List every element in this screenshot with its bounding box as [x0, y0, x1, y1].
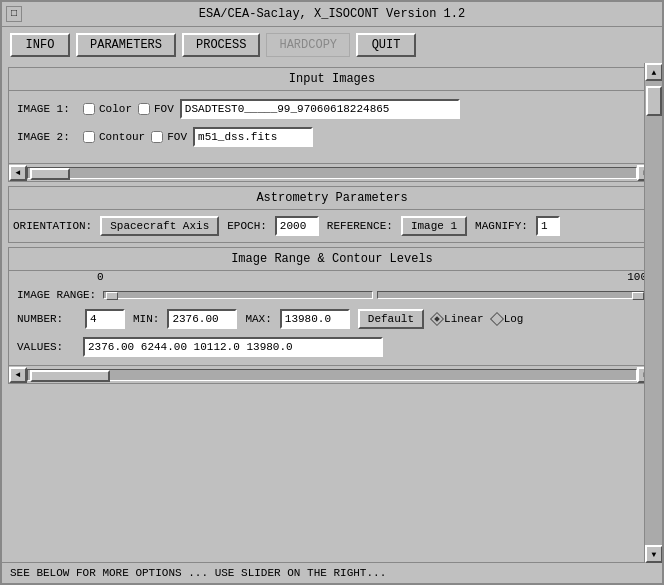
image1-fov-checkbox[interactable]	[138, 103, 150, 115]
image2-fov-checkbox[interactable]	[151, 131, 163, 143]
log-diamond-icon	[490, 312, 504, 326]
number-input[interactable]	[85, 309, 125, 329]
main-window: □ ESA/CEA-Saclay, X_ISOCONT Version 1.2 …	[0, 0, 664, 585]
magnify-input[interactable]	[536, 216, 560, 236]
values-input[interactable]	[83, 337, 383, 357]
image2-contour-group: Contour	[83, 131, 145, 143]
info-button[interactable]: INFO	[10, 33, 70, 57]
toolbar: INFO PARAMETERS PROCESS HARDCOPY QUIT	[2, 27, 662, 63]
range-slider-right[interactable]	[377, 291, 647, 299]
status-bar: SEE BELOW FOR MORE OPTIONS ... USE SLIDE…	[2, 562, 662, 583]
log-radio-group: Log	[492, 313, 524, 325]
input-images-section: Input Images IMAGE 1: Color FOV	[8, 67, 656, 182]
hscroll-thumb[interactable]	[30, 168, 70, 180]
astrometry-row: ORIENTATION: Spacecraft Axis EPOCH: REFE…	[9, 210, 655, 242]
image1-fov-label: FOV	[154, 103, 174, 115]
astrometry-title: Astrometry Parameters	[9, 187, 655, 210]
image2-contour-label: Contour	[99, 131, 145, 143]
image2-fov-group: FOV	[151, 131, 187, 143]
epoch-input[interactable]	[275, 216, 319, 236]
image2-fov-label: FOV	[167, 131, 187, 143]
image1-color-label: Color	[99, 103, 132, 115]
image-range-title: Image Range & Contour Levels	[9, 248, 655, 271]
image-section-hscrollbar: ◄ ►	[9, 163, 655, 181]
image2-contour-checkbox[interactable]	[83, 131, 95, 143]
number-row: NUMBER: MIN: MAX: Default Linear	[9, 305, 655, 333]
vscroll-down-btn[interactable]: ▼	[645, 545, 662, 562]
right-scrollbar: ▲ ▼	[644, 63, 662, 562]
default-button[interactable]: Default	[358, 309, 424, 329]
image1-row: IMAGE 1: Color FOV	[17, 99, 647, 119]
window-icon[interactable]: □	[6, 6, 22, 22]
range-hscroll-thumb[interactable]	[30, 370, 110, 382]
linear-radio-group: Linear	[432, 313, 484, 325]
image-range-row: IMAGE RANGE:	[9, 285, 655, 305]
range-hscroll-track[interactable]	[27, 369, 637, 381]
quit-button[interactable]: QUIT	[356, 33, 416, 57]
range-slider-left[interactable]	[103, 291, 373, 299]
number-label: NUMBER:	[17, 313, 77, 325]
hscroll-track[interactable]	[27, 167, 637, 179]
range-values-labels: 0 100	[9, 271, 655, 285]
image1-fov-group: FOV	[138, 103, 174, 115]
range-thumb-left[interactable]	[106, 292, 118, 300]
main-content: Input Images IMAGE 1: Color FOV	[2, 63, 662, 583]
range-label: IMAGE RANGE:	[17, 289, 97, 301]
image1-label: IMAGE 1:	[17, 103, 77, 115]
image2-row: IMAGE 2: Contour FOV	[17, 127, 647, 147]
input-images-title: Input Images	[9, 68, 655, 91]
process-button[interactable]: PROCESS	[182, 33, 260, 57]
max-label: MAX:	[245, 313, 271, 325]
title-bar: □ ESA/CEA-Saclay, X_ISOCONT Version 1.2	[2, 2, 662, 27]
reference-label: REFERENCE:	[327, 220, 393, 232]
image1-color-group: Color	[83, 103, 132, 115]
reference-button[interactable]: Image 1	[401, 216, 467, 236]
vscroll-thumb[interactable]	[646, 86, 662, 116]
image1-input[interactable]	[180, 99, 460, 119]
log-label[interactable]: Log	[504, 313, 524, 325]
hscroll-left-btn[interactable]: ◄	[9, 165, 27, 181]
parameters-button[interactable]: PARAMETERS	[76, 33, 176, 57]
orientation-label: ORIENTATION:	[13, 220, 92, 232]
orientation-button[interactable]: Spacecraft Axis	[100, 216, 219, 236]
range-min-label: 0	[97, 271, 104, 283]
max-input[interactable]	[280, 309, 350, 329]
vscroll-up-btn[interactable]: ▲	[645, 63, 662, 81]
window-title: ESA/CEA-Saclay, X_ISOCONT Version 1.2	[24, 7, 640, 21]
hardcopy-button[interactable]: HARDCOPY	[266, 33, 350, 57]
vscroll-track[interactable]	[645, 81, 662, 545]
image2-label: IMAGE 2:	[17, 131, 77, 143]
min-label: MIN:	[133, 313, 159, 325]
range-thumb-right[interactable]	[632, 292, 644, 300]
image2-input[interactable]	[193, 127, 313, 147]
linear-diamond-icon	[430, 312, 444, 326]
range-hscroll-left[interactable]: ◄	[9, 367, 27, 383]
range-sliders	[103, 291, 647, 299]
image-range-section: Image Range & Contour Levels 0 100 IMAGE…	[8, 247, 656, 384]
input-images-content: IMAGE 1: Color FOV	[9, 91, 655, 163]
astrometry-section: Astrometry Parameters ORIENTATION: Space…	[8, 186, 656, 243]
min-input[interactable]	[167, 309, 237, 329]
range-hscrollbar: ◄ ►	[9, 365, 655, 383]
linear-label[interactable]: Linear	[444, 313, 484, 325]
values-row: VALUES:	[9, 333, 655, 365]
magnify-label: MAGNIFY:	[475, 220, 528, 232]
values-label: VALUES:	[17, 341, 77, 353]
image1-color-checkbox[interactable]	[83, 103, 95, 115]
epoch-label: EPOCH:	[227, 220, 267, 232]
